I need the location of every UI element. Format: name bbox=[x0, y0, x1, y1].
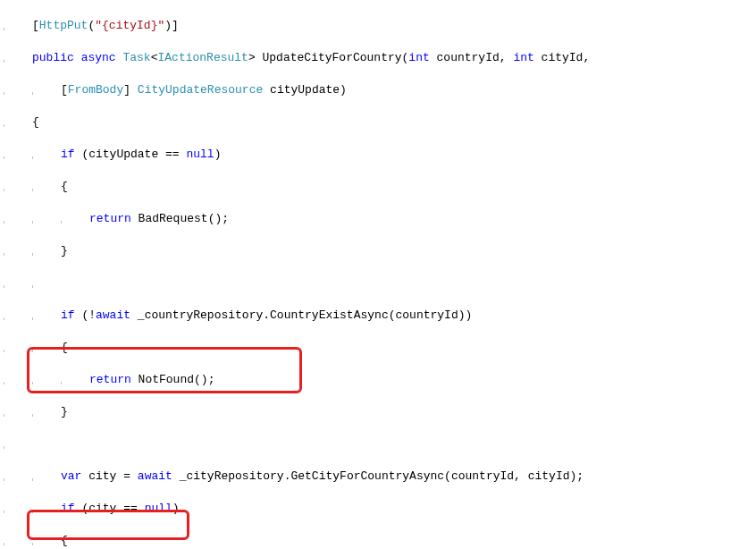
param-cityid: cityId, bbox=[534, 51, 590, 64]
cond-1a: (cityUpdate == bbox=[75, 148, 187, 161]
kw-public: public bbox=[32, 51, 74, 64]
attr-open: [ bbox=[32, 19, 39, 32]
type-cityupdateresource: CityUpdateResource bbox=[138, 83, 263, 97]
brace-close-1: } bbox=[61, 244, 68, 258]
attr-httpput: HttpPut bbox=[39, 19, 88, 32]
kw-var: var bbox=[61, 469, 81, 483]
kw-return-2: return bbox=[89, 373, 131, 386]
kw-return-1: return bbox=[89, 212, 131, 225]
param-countryid: countryId, bbox=[430, 51, 514, 64]
kw-await-1: await bbox=[96, 308, 130, 322]
type-task: Task bbox=[122, 51, 150, 64]
cond-2b: _countryRepository.CountryExistAsync(cou… bbox=[130, 308, 472, 322]
kw-null-2: null bbox=[145, 502, 172, 515]
kw-if-2: if bbox=[61, 308, 75, 322]
brace-close-2: } bbox=[61, 405, 68, 418]
attr-route-str: "{cityId}" bbox=[95, 19, 164, 32]
kw-int2: int bbox=[513, 51, 533, 64]
kw-async: async bbox=[81, 51, 116, 64]
call-notfound-1: NotFound(); bbox=[131, 373, 215, 386]
attr-frombody: FromBody bbox=[68, 83, 123, 97]
brace-open-method: { bbox=[32, 115, 39, 129]
call-badrequest: BadRequest(); bbox=[131, 212, 229, 225]
kw-int1: int bbox=[408, 51, 429, 64]
frombody-open: [ bbox=[61, 83, 68, 97]
cond-1b: ) bbox=[214, 148, 222, 161]
attr-close: ] bbox=[172, 19, 179, 32]
city-decl-2: _cityRepository.GetCityForCountryAsync(c… bbox=[172, 469, 584, 483]
kw-if-3: if bbox=[61, 502, 75, 515]
cond-3b: ) bbox=[172, 502, 180, 515]
brace-open-2: { bbox=[61, 341, 68, 354]
code-block: [HttpPut("{cityId}")] public async Task<… bbox=[0, 0, 756, 549]
generic-close: > bbox=[248, 51, 256, 64]
type-iactionresult: IActionResult bbox=[157, 51, 248, 64]
cond-2a: (! bbox=[75, 308, 96, 322]
attr-paren-close: ) bbox=[164, 19, 172, 32]
brace-open-1: { bbox=[61, 180, 68, 193]
kw-await-2: await bbox=[138, 469, 172, 483]
brace-open-3: { bbox=[61, 534, 68, 547]
frombody-close: ] bbox=[123, 83, 138, 97]
cond-3a: (city == bbox=[75, 502, 145, 515]
kw-null-1: null bbox=[186, 148, 214, 161]
param-cityupdate: cityUpdate) bbox=[263, 83, 347, 97]
kw-if-1: if bbox=[61, 148, 75, 161]
method-name: UpdateCityForCountry( bbox=[256, 51, 409, 64]
city-decl-1: city = bbox=[81, 469, 137, 483]
